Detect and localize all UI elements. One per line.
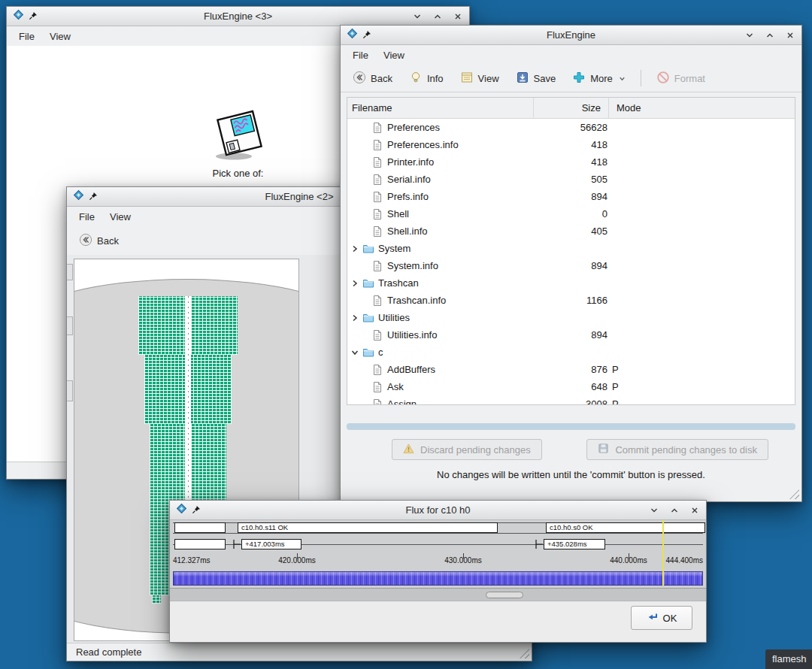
sector-box[interactable]: c10.h0.s0 OK [546, 522, 705, 533]
save-icon [516, 71, 529, 86]
file-size: 405 [534, 226, 609, 237]
close-icon[interactable] [689, 505, 700, 516]
pin-icon[interactable] [89, 190, 98, 204]
status-bar: Read complete [67, 643, 532, 661]
titlebar[interactable]: Flux for c10 h0 [170, 501, 706, 520]
clipped-side-button[interactable] [67, 264, 73, 280]
sector-box[interactable]: c10.h0.s11 OK [238, 522, 498, 533]
chevron-right-icon[interactable] [350, 313, 359, 322]
close-icon[interactable] [785, 30, 795, 41]
ok-button[interactable]: OK [631, 606, 692, 630]
resize-grip[interactable] [789, 489, 799, 499]
filename-text: Trashcan.info [387, 295, 446, 306]
file-icon [371, 226, 383, 238]
folder-icon [362, 277, 374, 289]
chevron-right-icon[interactable] [350, 279, 359, 288]
menu-file[interactable]: File [345, 47, 376, 63]
pin-icon[interactable] [29, 10, 38, 23]
resize-grip[interactable] [520, 649, 529, 658]
table-row[interactable]: Prefs.info894 [347, 188, 795, 205]
table-row[interactable]: Assign3008P [347, 395, 795, 405]
interval-bracket-icon [535, 539, 543, 549]
table-row[interactable]: System.info894 [347, 257, 795, 274]
notification-flameshot[interactable]: flamesh [765, 649, 812, 669]
table-row[interactable]: Printer.info418 [347, 153, 795, 171]
filename-text: Shell.info [387, 226, 427, 237]
commit-changes-button[interactable]: Commit pending changes to disk [586, 439, 768, 460]
table-row[interactable]: Preferences.info418 [347, 136, 795, 153]
table-row[interactable]: Trashcan.info1166 [347, 292, 795, 309]
flux-density-strip[interactable] [173, 571, 703, 586]
pin-icon[interactable] [192, 504, 201, 517]
minimize-icon[interactable] [412, 11, 423, 22]
table-row[interactable]: Ask648P [347, 378, 795, 395]
sector-grid-tail [152, 595, 161, 604]
info-button[interactable]: Info [403, 68, 450, 89]
minimize-icon[interactable] [744, 30, 755, 41]
file-size: 894 [534, 191, 609, 202]
filename-text: AddBuffers [387, 364, 435, 375]
window-title: FluxEngine <3> [7, 11, 469, 22]
interval-box-empty[interactable] [174, 539, 226, 549]
folder-icon [362, 243, 374, 255]
table-row[interactable]: Utilities [347, 309, 795, 326]
flux-visualization: c10.h0.s11 OK c10.h0.s0 OK +417.003ms +4… [170, 520, 706, 588]
status-text: Read complete [76, 646, 141, 658]
file-icon [371, 191, 383, 203]
table-row[interactable]: System [347, 240, 795, 257]
save-label: Save [534, 73, 556, 84]
column-header-mode[interactable]: Mode [609, 98, 795, 118]
titlebar[interactable]: FluxEngine [341, 26, 801, 45]
floppy-disk-icon [211, 109, 270, 166]
pin-icon[interactable] [362, 29, 371, 42]
app-icon [347, 28, 358, 42]
close-icon[interactable] [453, 11, 463, 22]
axis-start-label: 412.327ms [173, 556, 210, 565]
maximize-icon[interactable] [432, 11, 443, 22]
table-row[interactable]: c [347, 344, 795, 361]
filename-text: Trashcan [378, 277, 419, 289]
horizontal-scrollbar[interactable] [170, 588, 706, 601]
scrollbar-handle[interactable] [486, 592, 523, 598]
back-label: Back [371, 73, 392, 84]
interval-bracket-icon [233, 539, 241, 549]
menu-view[interactable]: View [42, 29, 78, 44]
clipped-side-button[interactable] [67, 380, 73, 401]
back-button[interactable]: Back [73, 230, 125, 252]
file-icon [371, 381, 383, 393]
table-row[interactable]: Shell.info405 [347, 222, 795, 240]
table-row[interactable]: Shell0 [347, 205, 795, 222]
maximize-icon[interactable] [765, 30, 775, 41]
ok-arrow-icon [647, 611, 659, 625]
axis-tick-label: 440.000ms [606, 556, 651, 565]
more-button[interactable]: More [566, 68, 632, 89]
chevron-right-icon[interactable] [350, 244, 359, 253]
save-button[interactable]: Save [510, 68, 562, 89]
maximize-icon[interactable] [669, 505, 680, 516]
menu-view[interactable]: View [376, 47, 412, 63]
interval-label: +417.003ms [241, 539, 301, 549]
minimize-icon[interactable] [649, 505, 659, 516]
table-row[interactable]: Utilities.info894 [347, 326, 795, 344]
table-row[interactable]: Preferences56628 [347, 119, 795, 136]
chevron-down-icon[interactable] [350, 348, 359, 357]
table-row[interactable]: Trashcan [347, 274, 795, 292]
table-row[interactable]: AddBuffers876P [347, 361, 795, 378]
table-row[interactable]: Serial.info505 [347, 171, 795, 188]
column-header-size[interactable]: Size [534, 98, 609, 118]
filename-text: Preferences [387, 122, 440, 133]
file-size: 0 [534, 208, 609, 219]
column-header-filename[interactable]: Filename [347, 98, 534, 118]
discard-changes-button[interactable]: Discard pending changes [392, 439, 542, 460]
clipped-side-button[interactable] [67, 316, 73, 335]
filename-text: Assign [387, 398, 417, 405]
format-button[interactable]: Format [650, 68, 711, 89]
back-button[interactable]: Back [347, 68, 398, 89]
titlebar[interactable]: FluxEngine <3> [7, 7, 469, 26]
menu-view[interactable]: View [102, 209, 138, 225]
view-button[interactable]: View [454, 68, 505, 89]
sector-box-empty[interactable] [174, 522, 226, 533]
file-mode: P [609, 398, 795, 405]
menu-file[interactable]: File [71, 209, 102, 225]
menu-file[interactable]: File [11, 29, 42, 44]
